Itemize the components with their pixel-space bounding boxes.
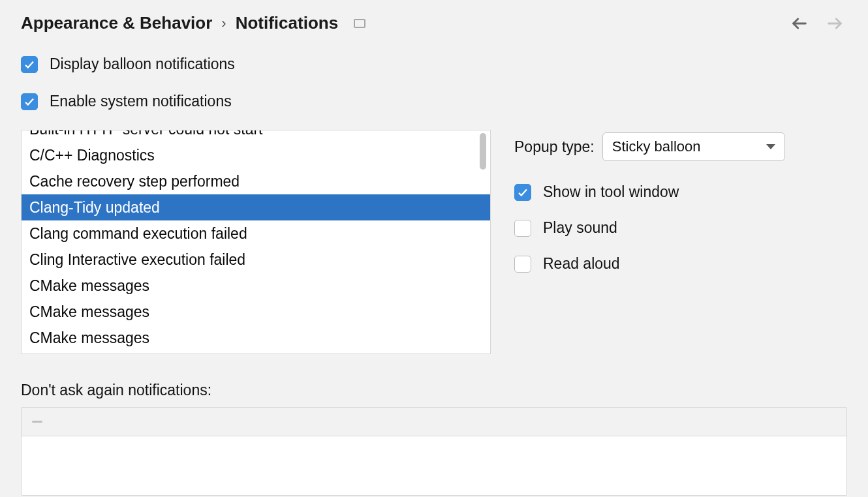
play-sound-label[interactable]: Play sound xyxy=(543,219,617,237)
display-balloon-label[interactable]: Display balloon notifications xyxy=(50,55,235,73)
nav-arrows xyxy=(790,14,847,33)
remove-button[interactable] xyxy=(31,415,44,429)
breadcrumb-current: Notifications xyxy=(236,13,338,33)
list-item[interactable]: CMake messages xyxy=(22,273,490,299)
back-button[interactable] xyxy=(790,14,809,33)
list-item[interactable]: Clang-Tidy updated xyxy=(22,194,490,220)
popup-type-label: Popup type: xyxy=(514,138,595,156)
list-item[interactable]: C/C++ Diagnostics xyxy=(22,142,490,168)
popup-type-select[interactable]: Sticky balloon xyxy=(602,132,785,161)
list-item[interactable]: CMake messages xyxy=(22,299,490,325)
enable-system-checkbox[interactable] xyxy=(21,93,38,110)
play-sound-checkbox[interactable] xyxy=(514,220,531,237)
dont-ask-again-toolbar xyxy=(22,408,846,436)
read-aloud-checkbox[interactable] xyxy=(514,256,531,273)
dont-ask-again-body[interactable] xyxy=(22,436,846,495)
read-aloud-label[interactable]: Read aloud xyxy=(543,255,620,273)
popup-type-value: Sticky balloon xyxy=(612,138,701,155)
list-item[interactable]: Cache recovery step performed xyxy=(22,168,490,194)
dont-ask-again-table xyxy=(21,407,847,496)
breadcrumb-parent[interactable]: Appearance & Behavior xyxy=(21,13,212,33)
dont-ask-again-label: Don't ask again notifications: xyxy=(21,382,847,399)
breadcrumb-sep: › xyxy=(221,15,226,32)
forward-button xyxy=(825,14,845,33)
list-item[interactable]: Clang command execution failed xyxy=(22,220,490,247)
show-in-tool-window-checkbox[interactable] xyxy=(514,184,531,201)
show-in-tool-window-label[interactable]: Show in tool window xyxy=(543,183,679,201)
notification-groups-list[interactable]: Built-in HTTP server could not startC/C+… xyxy=(21,130,491,354)
breadcrumb: Appearance & Behavior › Notifications xyxy=(21,13,365,33)
chevron-down-icon xyxy=(766,144,775,149)
scrollbar-thumb[interactable] xyxy=(480,133,486,170)
list-item[interactable]: Cling Interactive execution failed xyxy=(22,247,490,273)
enable-system-label[interactable]: Enable system notifications xyxy=(50,93,232,110)
tool-window-icon[interactable] xyxy=(354,19,365,28)
list-item[interactable]: Built-in HTTP server could not start xyxy=(22,130,490,142)
list-item[interactable]: CMake messages xyxy=(22,325,490,351)
display-balloon-checkbox[interactable] xyxy=(21,56,38,73)
